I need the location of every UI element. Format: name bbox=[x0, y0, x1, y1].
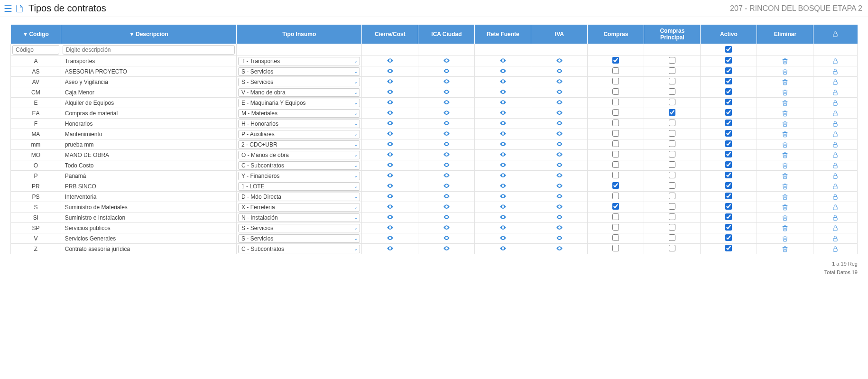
eye-icon[interactable] bbox=[443, 236, 450, 243]
compras-principal-checkbox[interactable] bbox=[669, 130, 675, 137]
trash-icon[interactable] bbox=[782, 224, 788, 231]
eye-icon[interactable] bbox=[499, 194, 507, 201]
activo-checkbox[interactable] bbox=[725, 172, 732, 178]
compras-principal-checkbox[interactable] bbox=[669, 88, 675, 95]
eye-icon[interactable] bbox=[556, 204, 563, 212]
eye-icon[interactable] bbox=[443, 163, 450, 170]
trash-icon[interactable] bbox=[782, 214, 788, 221]
tipo-insumo-select[interactable]: V - Mano de obra⌄ bbox=[238, 88, 360, 97]
cell-descripcion[interactable]: Alquiler de Equipos bbox=[61, 98, 236, 108]
compras-principal-checkbox[interactable] bbox=[669, 193, 675, 199]
lock-icon[interactable] bbox=[832, 89, 839, 96]
compras-checkbox[interactable] bbox=[612, 120, 619, 126]
cell-descripcion[interactable]: PRB SINCO bbox=[61, 181, 236, 192]
col-codigo[interactable]: ▼Código bbox=[11, 25, 61, 44]
col-iva[interactable]: IVA bbox=[531, 25, 588, 44]
activo-checkbox[interactable] bbox=[725, 203, 732, 210]
tipo-insumo-select[interactable]: D - Mdo Directa⌄ bbox=[238, 193, 360, 201]
eye-icon[interactable] bbox=[556, 152, 563, 159]
trash-icon[interactable] bbox=[782, 57, 788, 65]
col-eliminar[interactable]: Eliminar bbox=[757, 25, 813, 44]
compras-principal-checkbox[interactable] bbox=[669, 120, 675, 126]
eye-icon[interactable] bbox=[556, 225, 563, 232]
cell-descripcion[interactable]: Aseo y Vigilancia bbox=[61, 77, 236, 87]
compras-checkbox[interactable] bbox=[612, 99, 619, 105]
compras-checkbox[interactable] bbox=[612, 161, 619, 168]
activo-checkbox[interactable] bbox=[725, 245, 732, 251]
eye-icon[interactable] bbox=[387, 90, 394, 97]
eye-icon[interactable] bbox=[499, 69, 507, 76]
cell-codigo[interactable]: AV bbox=[11, 77, 61, 87]
cell-descripcion[interactable]: Honorarios bbox=[61, 119, 236, 129]
cell-codigo[interactable]: O bbox=[11, 160, 61, 171]
trash-icon[interactable] bbox=[782, 193, 788, 200]
compras-principal-checkbox[interactable] bbox=[669, 234, 675, 241]
cell-descripcion[interactable]: Mantenimiento bbox=[61, 129, 236, 139]
eye-icon[interactable] bbox=[556, 194, 563, 201]
lock-icon[interactable] bbox=[832, 78, 839, 85]
compras-principal-checkbox[interactable] bbox=[669, 203, 675, 210]
eye-icon[interactable] bbox=[499, 131, 507, 139]
eye-icon[interactable] bbox=[556, 142, 563, 149]
cell-descripcion[interactable]: Caja Menor bbox=[61, 87, 236, 98]
eye-icon[interactable] bbox=[443, 194, 450, 201]
tipo-insumo-select[interactable]: N - Instalación⌄ bbox=[238, 213, 360, 222]
cell-codigo[interactable]: PS bbox=[11, 192, 61, 202]
eye-icon[interactable] bbox=[556, 246, 563, 253]
eye-icon[interactable] bbox=[387, 111, 394, 118]
eye-icon[interactable] bbox=[387, 194, 394, 201]
eye-icon[interactable] bbox=[387, 236, 394, 243]
tipo-insumo-select[interactable]: H - Honorarios⌄ bbox=[238, 120, 360, 128]
compras-checkbox[interactable] bbox=[612, 172, 619, 178]
eye-icon[interactable] bbox=[387, 204, 394, 212]
trash-icon[interactable] bbox=[782, 120, 788, 127]
tipo-insumo-select[interactable]: S - Servicios⌄ bbox=[238, 224, 360, 232]
compras-checkbox[interactable] bbox=[612, 234, 619, 241]
eye-icon[interactable] bbox=[556, 58, 563, 65]
cell-codigo[interactable]: S bbox=[11, 202, 61, 213]
cell-codigo[interactable]: A bbox=[11, 56, 61, 66]
tipo-insumo-select[interactable]: 2 - CDC+UBR⌄ bbox=[238, 140, 360, 149]
cell-descripcion[interactable]: Contrato asesoría jurídica bbox=[61, 244, 236, 254]
col-compras-principal[interactable]: Compras Principal bbox=[644, 25, 701, 44]
trash-icon[interactable] bbox=[782, 68, 788, 75]
tipo-insumo-select[interactable]: O - Manos de obra⌄ bbox=[238, 151, 360, 159]
compras-checkbox[interactable] bbox=[612, 88, 619, 95]
activo-checkbox[interactable] bbox=[725, 193, 732, 199]
activo-checkbox[interactable] bbox=[725, 130, 732, 137]
cell-descripcion[interactable]: prueba mm bbox=[61, 139, 236, 150]
eye-icon[interactable] bbox=[499, 142, 507, 149]
activo-checkbox[interactable] bbox=[725, 120, 732, 126]
eye-icon[interactable] bbox=[443, 58, 450, 65]
tipo-insumo-select[interactable]: X - Ferreteria⌄ bbox=[238, 203, 360, 212]
compras-principal-checkbox[interactable] bbox=[669, 224, 675, 231]
cell-codigo[interactable]: MO bbox=[11, 150, 61, 160]
cell-codigo[interactable]: Z bbox=[11, 244, 61, 254]
lock-icon[interactable] bbox=[832, 214, 839, 221]
activo-checkbox[interactable] bbox=[725, 151, 732, 157]
eye-icon[interactable] bbox=[443, 173, 450, 180]
compras-principal-checkbox[interactable] bbox=[669, 109, 675, 116]
col-compras[interactable]: Compras bbox=[588, 25, 644, 44]
tipo-insumo-select[interactable]: S - Servicios⌄ bbox=[238, 234, 360, 243]
cell-descripcion[interactable]: Suministro de Materiales bbox=[61, 202, 236, 213]
eye-icon[interactable] bbox=[499, 121, 507, 128]
activo-checkbox[interactable] bbox=[725, 213, 732, 220]
tipo-insumo-select[interactable]: T - Transportes⌄ bbox=[238, 57, 360, 65]
cell-descripcion[interactable]: Servicios Generales bbox=[61, 233, 236, 244]
lock-icon[interactable] bbox=[832, 110, 839, 117]
cell-codigo[interactable]: P bbox=[11, 171, 61, 181]
eye-icon[interactable] bbox=[556, 163, 563, 170]
compras-principal-checkbox[interactable] bbox=[669, 161, 675, 168]
cell-codigo[interactable]: F bbox=[11, 119, 61, 129]
compras-principal-checkbox[interactable] bbox=[669, 245, 675, 251]
compras-checkbox[interactable] bbox=[612, 182, 619, 189]
cell-codigo[interactable]: mm bbox=[11, 139, 61, 150]
lock-icon[interactable] bbox=[832, 120, 839, 127]
col-descripcion[interactable]: ▼Descripción bbox=[61, 25, 236, 44]
eye-icon[interactable] bbox=[556, 69, 563, 76]
eye-icon[interactable] bbox=[499, 90, 507, 97]
eye-icon[interactable] bbox=[387, 69, 394, 76]
eye-icon[interactable] bbox=[556, 184, 563, 191]
eye-icon[interactable] bbox=[499, 100, 507, 107]
